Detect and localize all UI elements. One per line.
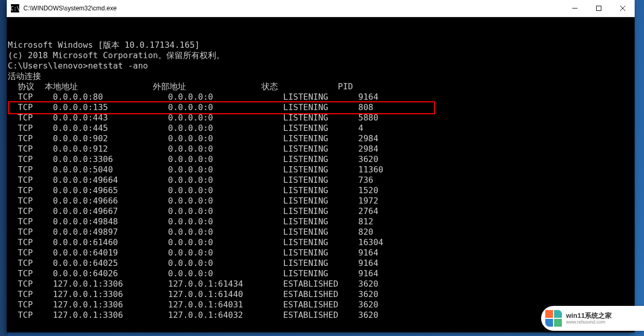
netstat-row: TCP 0.0.0.0:3306 0.0.0.0:0 LISTENING 362… [8,154,634,165]
netstat-row: TCP 0.0.0.0:61460 0.0.0.0:0 LISTENING 16… [8,237,634,248]
netstat-row: TCP 0.0.0.0:49848 0.0.0.0:0 LISTENING 81… [8,217,634,227]
netstat-row: TCP 127.0.0.1:3306 127.0.0.1:64032 ESTAB… [8,310,634,320]
netstat-row: TCP 127.0.0.1:3306 127.0.0.1:61440 ESTAB… [8,289,634,300]
netstat-row: TCP 0.0.0.0:80 0.0.0.0:0 LISTENING 9164 [8,92,634,102]
netstat-row: TCP 0.0.0.0:49665 0.0.0.0:0 LISTENING 15… [8,185,634,196]
netstat-row: TCP 0.0.0.0:912 0.0.0.0:0 LISTENING 2984 [8,144,634,154]
terminal-line: (c) 2018 Microsoft Corporation。保留所有权利。 [8,50,634,61]
netstat-row: TCP 0.0.0.0:5040 0.0.0.0:0 LISTENING 113… [8,165,634,175]
netstat-row: TCP 0.0.0.0:49664 0.0.0.0:0 LISTENING 73… [8,175,634,185]
netstat-row: TCP 0.0.0.0:902 0.0.0.0:0 LISTENING 2984 [8,133,634,144]
logo-text: win11系统之家 www.relsound.com [566,312,612,325]
netstat-row: TCP 127.0.0.1:3306 127.0.0.1:64031 ESTAB… [8,300,634,310]
desktop: C:\ C:\WINDOWS\system32\cmd.exe Microsof… [0,0,644,336]
netstat-row: TCP 0.0.0.0:445 0.0.0.0:0 LISTENING 4 [8,123,634,133]
netstat-row: TCP 0.0.0.0:49666 0.0.0.0:0 LISTENING 19… [8,196,634,206]
cmd-icon: C:\ [11,4,19,12]
netstat-row: TCP 0.0.0.0:49667 0.0.0.0:0 LISTENING 27… [8,206,634,217]
terminal-line: Microsoft Windows [版本 10.0.17134.165] [8,40,634,50]
netstat-row: TCP 0.0.0.0:64026 0.0.0.0:0 LISTENING 91… [8,268,634,279]
netstat-row: TCP 0.0.0.0:64019 0.0.0.0:0 LISTENING 91… [8,248,634,258]
netstat-row: TCP 0.0.0.0:443 0.0.0.0:0 LISTENING 5880 [8,113,634,123]
svg-rect-1 [597,6,601,11]
logo-sub: www.relsound.com [566,319,612,325]
site-logo-badge[interactable]: win11系统之家 www.relsound.com [541,306,644,331]
window-controls [563,0,635,17]
title-bar[interactable]: C:\ C:\WINDOWS\system32\cmd.exe [7,0,635,17]
minimize-button[interactable] [563,0,587,17]
terminal-line: 协议 本地地址 外部地址 状态 PID [8,82,634,92]
logo-main: win11系统之家 [566,312,612,320]
netstat-row: TCP 0.0.0.0:49897 0.0.0.0:0 LISTENING 82… [8,227,634,237]
terminal-line: 活动连接 [8,71,634,82]
netstat-row: TCP 0.0.0.0:135 0.0.0.0:0 LISTENING 808 [8,102,634,113]
cmd-window: C:\ C:\WINDOWS\system32\cmd.exe Microsof… [7,0,635,332]
maximize-button[interactable] [587,0,611,17]
terminal-output[interactable]: Microsoft Windows [版本 10.0.17134.165](c)… [7,17,635,333]
netstat-row: TCP 0.0.0.0:64025 0.0.0.0:0 LISTENING 91… [8,258,634,268]
netstat-row: TCP 127.0.0.1:3306 127.0.0.1:61434 ESTAB… [8,279,634,289]
logo-icon [545,310,562,327]
terminal-line: C:\Users\lenovo>netstat -ano [8,61,634,71]
window-title: C:\WINDOWS\system32\cmd.exe [23,5,563,12]
close-button[interactable] [611,0,635,17]
